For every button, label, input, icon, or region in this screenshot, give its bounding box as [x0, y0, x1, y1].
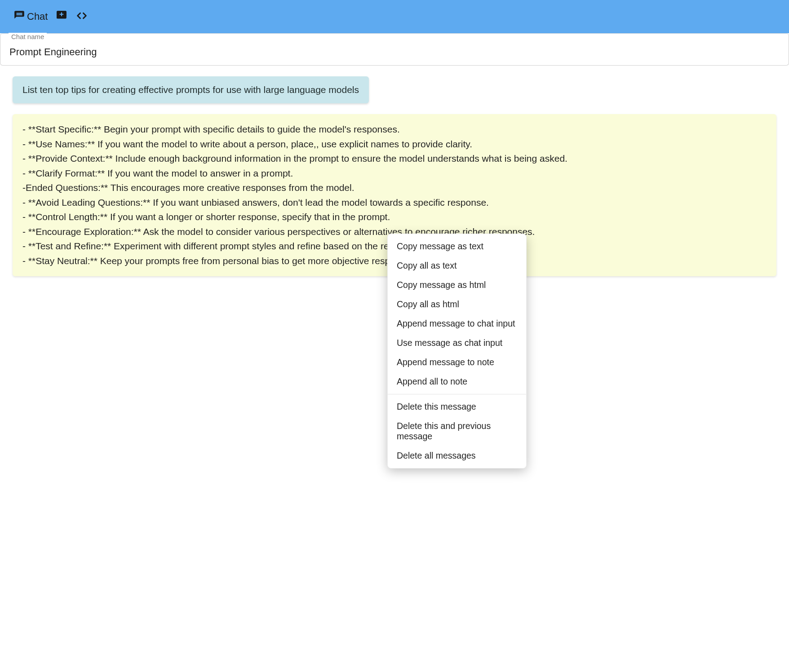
assistant-line: - **Provide Context:** Include enough ba… [22, 151, 767, 166]
menu-copy-all-text[interactable]: Copy all as text [388, 256, 526, 275]
assistant-line: - **Use Names:** If you want the model t… [22, 137, 767, 152]
code-icon [75, 9, 88, 24]
new-chat-button[interactable] [56, 10, 67, 23]
chat-label: Chat [27, 11, 48, 22]
context-menu: Copy message as text Copy all as text Co… [387, 234, 527, 287]
menu-copy-message-html[interactable]: Copy message as html [388, 275, 526, 287]
menu-copy-message-text[interactable]: Copy message as text [388, 237, 526, 256]
assistant-line: - **Clarify Format:** If you want the mo… [22, 166, 767, 181]
chat-name-field[interactable]: Chat name [0, 33, 789, 66]
toolbar: Chat [0, 0, 789, 33]
chat-icon [13, 10, 25, 23]
code-button[interactable] [75, 9, 88, 24]
assistant-line: - **Start Specific:** Begin your prompt … [22, 122, 767, 137]
assistant-line: - **Avoid Leading Questions:** If you wa… [22, 195, 767, 210]
chat-name-input[interactable] [9, 46, 780, 58]
assistant-line: -Ended Questions:** This encourages more… [22, 181, 767, 195]
chat-toolbar-item[interactable]: Chat [13, 10, 48, 23]
assistant-line: - **Control Length:** If you want a long… [22, 210, 767, 225]
user-message[interactable]: List ten top tips for creating effective… [13, 76, 369, 103]
context-menu-section-actions: Copy message as text Copy all as text Co… [388, 234, 526, 287]
add-chat-icon [56, 10, 67, 23]
chat-name-legend: Chat name [9, 33, 47, 40]
